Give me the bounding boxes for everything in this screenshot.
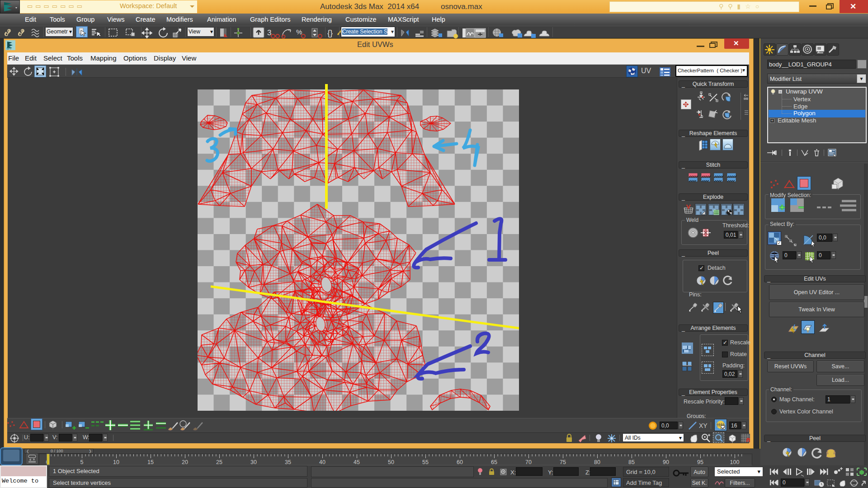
- svg-text:20: 20: [182, 459, 188, 465]
- svg-text:55: 55: [422, 459, 429, 465]
- svg-text:40: 40: [319, 459, 326, 465]
- svg-text:35: 35: [285, 459, 291, 465]
- svg-text:50: 50: [388, 459, 394, 465]
- svg-text:10: 10: [113, 459, 119, 465]
- svg-text:30: 30: [250, 459, 257, 465]
- svg-text:70: 70: [525, 459, 532, 465]
- svg-text:80: 80: [594, 459, 600, 465]
- svg-text:65: 65: [491, 459, 497, 465]
- svg-text:max: max: [7, 47, 12, 50]
- svg-text:60: 60: [457, 459, 463, 465]
- svg-text:3: 3: [267, 28, 271, 37]
- svg-text:100: 100: [730, 459, 740, 465]
- svg-text:25: 25: [216, 459, 222, 465]
- svg-text:45: 45: [354, 459, 360, 465]
- svg-text:95: 95: [697, 459, 703, 465]
- svg-text:90: 90: [663, 459, 669, 465]
- svg-text:75: 75: [560, 459, 566, 465]
- svg-text:85: 85: [628, 459, 635, 465]
- svg-text:5: 5: [80, 459, 84, 465]
- svg-text:15: 15: [147, 459, 154, 465]
- svg-text:{}: {}: [327, 28, 333, 38]
- svg-text:%: %: [296, 28, 302, 36]
